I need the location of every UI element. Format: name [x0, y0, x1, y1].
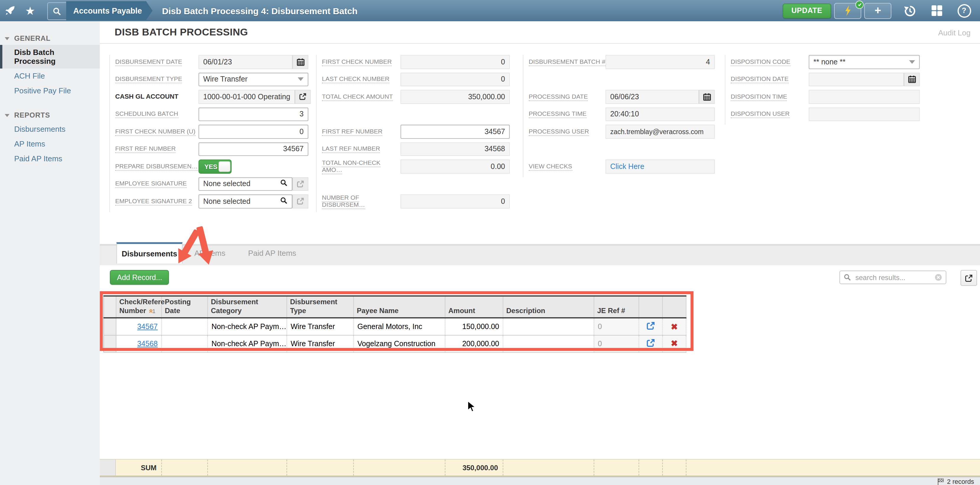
employee-signature-input[interactable]: None selected [199, 177, 293, 191]
payee-cell: General Motors, Inc [353, 318, 445, 335]
column-header-amount[interactable]: Amount [445, 296, 503, 318]
external-link-icon[interactable] [646, 341, 655, 349]
tab-paid-ap-items[interactable]: Paid AP Items [248, 249, 296, 258]
calendar-icon[interactable] [293, 55, 309, 69]
field-total-non-check-amount: TOTAL NON-CHECK AMO… 0.00 [322, 159, 510, 173]
table-row: 34567 Non-check AP Paym… Wire Transfer G… [104, 318, 686, 335]
page-title: DISB BATCH PROCESSING [115, 27, 248, 38]
disbursement-batch-number-display[interactable]: 4 [606, 55, 715, 69]
last-ref-number-display[interactable]: 34568 [401, 142, 510, 156]
total-non-check-amount-display[interactable]: 0.00 [401, 159, 510, 173]
audit-log-link[interactable]: Audit Log [938, 29, 970, 37]
search-icon[interactable] [280, 179, 288, 189]
apps-grid-icon[interactable] [928, 2, 946, 19]
search-icon[interactable] [47, 2, 66, 20]
row-handle[interactable] [104, 335, 116, 352]
cash-gl-account-input[interactable]: 1000-00-01-000 Operating [199, 90, 295, 104]
total-check-amount-display[interactable]: 350,000.00 [401, 90, 510, 104]
je-ref-cell: 0 [594, 318, 639, 335]
sum-row-handle [100, 460, 116, 475]
topbar-actions: UPDATE + ? [783, 2, 980, 19]
column-header-payee-name[interactable]: Payee Name [353, 296, 445, 318]
open-results-external-icon[interactable] [961, 270, 977, 286]
check-ref-link[interactable]: 34568 [137, 340, 158, 348]
sidebar-item-disbursements[interactable]: Disbursements [0, 122, 100, 137]
disposition-code-select[interactable]: ** none ** [809, 55, 920, 69]
column-header-check-reference-number[interactable]: Check/Refere Number »1 [116, 296, 162, 318]
add-new-button[interactable]: + [864, 3, 891, 19]
calendar-icon[interactable] [699, 90, 715, 104]
disbursement-date-input[interactable]: 06/01/23 [199, 55, 293, 69]
field-scheduling-batch: SCHEDULING BATCH 3 [115, 107, 309, 121]
topbar-left: ★ Accounts Payable Disb Batch Processing… [0, 0, 357, 21]
add-record-button[interactable]: Add Record... [110, 270, 169, 285]
delete-x-icon[interactable]: ✖ [671, 339, 678, 348]
external-link-icon[interactable] [646, 324, 655, 332]
search-icon[interactable] [280, 197, 288, 206]
search-results-box [839, 270, 946, 284]
sidebar-section-header[interactable]: REPORTS [0, 109, 100, 122]
sum-row: SUM 350,000.00 [100, 459, 980, 477]
sidebar-item-ach-file[interactable]: ACH File [0, 68, 100, 83]
external-link-icon[interactable] [293, 177, 309, 191]
first-check-number-u-input[interactable]: 0 [199, 125, 309, 138]
sum-label: SUM [116, 460, 161, 475]
tab-disbursements[interactable]: Disbursements [116, 242, 183, 264]
type-cell: Wire Transfer [287, 335, 353, 352]
records-count: 2 records [947, 478, 974, 485]
disposition-time-display[interactable] [809, 90, 920, 104]
check-ref-link[interactable]: 34567 [137, 323, 158, 331]
sidebar-item-positive-pay-file[interactable]: Positive Pay File [0, 83, 100, 98]
disbursement-type-select[interactable]: Wire Transfer [199, 72, 309, 86]
column-header-je-ref[interactable]: JE Ref # [594, 296, 639, 318]
calendar-icon[interactable] [904, 72, 920, 86]
column-header-disbursement-category[interactable]: Disbursement Category [208, 296, 287, 318]
quick-actions-button[interactable] [834, 3, 861, 19]
employee-signature-2-input[interactable]: None selected [199, 194, 293, 208]
delete-x-icon[interactable]: ✖ [671, 322, 678, 331]
external-link-icon[interactable] [295, 90, 311, 104]
sidebar-item-ap-items[interactable]: AP Items [0, 137, 100, 151]
favorites-star-icon[interactable]: ★ [20, 0, 40, 21]
search-results-input[interactable] [854, 273, 934, 282]
scheduling-batch-input[interactable]: 3 [199, 107, 309, 121]
rocket-icon[interactable] [0, 0, 20, 21]
field-processing-date: PROCESSING DATE 06/06/23 [529, 90, 715, 104]
tab-ap-items[interactable]: AP Items [194, 249, 225, 258]
amount-cell: 200,000.00 [445, 335, 503, 352]
row-handle[interactable] [104, 318, 116, 335]
external-link-icon[interactable] [293, 194, 309, 208]
number-of-disbursements-display[interactable]: 0 [401, 194, 510, 208]
field-last-check-number: LAST CHECK NUMBER 0 [322, 72, 510, 86]
breadcrumb-module[interactable]: Accounts Payable [66, 1, 153, 20]
processing-date-input[interactable]: 06/06/23 [606, 90, 699, 104]
processing-user-display[interactable]: zach.tremblay@veracross.com [606, 125, 715, 138]
field-disbursement-date: DISBURSEMENT DATE 06/01/23 [115, 55, 309, 69]
processing-time-display[interactable]: 20:40:10 [606, 107, 715, 121]
prepare-disbursement-toggle[interactable]: YES [199, 159, 232, 174]
main-content: DISB BATCH PROCESSING Audit Log DISBURSE… [100, 21, 980, 485]
first-ref-number-input-2[interactable]: 34567 [401, 125, 510, 138]
field-cash-gl-account: CASH GL ACCOUNT 1000-00-01-000 Operating [115, 90, 309, 104]
first-check-number-display[interactable]: 0 [401, 55, 510, 69]
field-view-checks: VIEW CHECKS Click Here [529, 159, 715, 173]
records-flag-icon [937, 478, 945, 485]
clear-search-icon[interactable] [934, 274, 942, 281]
help-icon[interactable]: ? [955, 2, 973, 19]
disposition-date-input[interactable] [809, 72, 904, 86]
sidebar-item-disb-batch-processing[interactable]: Disb Batch Processing [0, 45, 100, 68]
sidebar-item-paid-ap-items[interactable]: Paid AP Items [0, 151, 100, 166]
last-check-number-display[interactable]: 0 [401, 72, 510, 86]
column-header-posting-date[interactable]: Posting Date [162, 296, 208, 318]
view-checks-link[interactable]: Click Here [610, 162, 644, 171]
update-button[interactable]: UPDATE [783, 3, 831, 18]
column-header-disbursement-type[interactable]: Disbursement Type [287, 296, 353, 318]
disposition-user-display[interactable] [809, 107, 920, 121]
field-employee-signature: EMPLOYEE SIGNATURE None selected [115, 177, 309, 191]
history-icon[interactable] [901, 2, 919, 19]
column-header-description[interactable]: Description [503, 296, 594, 318]
sidebar-section-reports: REPORTS Disbursements AP Items Paid AP I… [0, 109, 100, 166]
chevron-down-icon [909, 60, 915, 64]
first-ref-number-input[interactable]: 34567 [199, 142, 309, 156]
sidebar-section-header[interactable]: GENERAL [0, 32, 100, 45]
